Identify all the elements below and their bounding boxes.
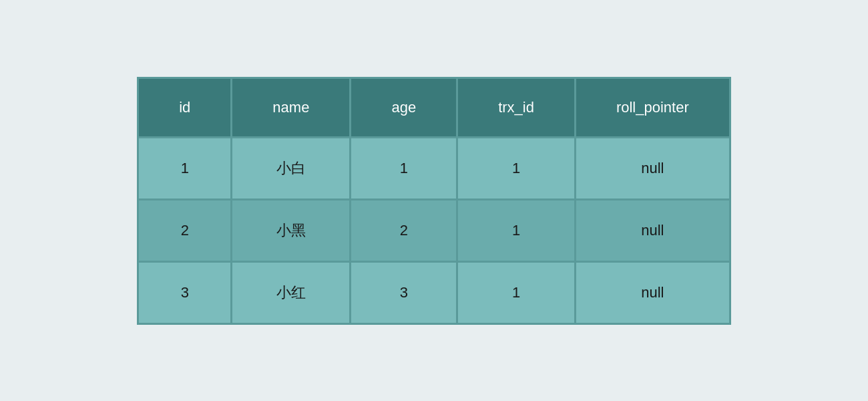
cell-trxid-3: 1: [457, 261, 576, 323]
cell-name-2: 小黑: [232, 199, 351, 261]
table-row: 2 小黑 2 1 null: [138, 199, 730, 261]
cell-name-1: 小白: [232, 137, 351, 199]
col-header-roll-pointer: roll_pointer: [575, 78, 730, 137]
cell-age-1: 1: [351, 137, 457, 199]
table-wrapper: id name age trx_id roll_pointer 1 小白 1 1…: [124, 63, 744, 338]
cell-age-2: 2: [351, 199, 457, 261]
table-row: 3 小红 3 1 null: [138, 261, 730, 323]
cell-name-3: 小红: [232, 261, 351, 323]
cell-rollpointer-1: null: [575, 137, 730, 199]
cell-trxid-2: 1: [457, 199, 576, 261]
col-header-age: age: [351, 78, 457, 137]
cell-id-1: 1: [138, 137, 232, 199]
cell-trxid-1: 1: [457, 137, 576, 199]
col-header-id: id: [138, 78, 232, 137]
cell-id-2: 2: [138, 199, 232, 261]
data-table: id name age trx_id roll_pointer 1 小白 1 1…: [137, 77, 731, 325]
col-header-name: name: [232, 78, 351, 137]
cell-id-3: 3: [138, 261, 232, 323]
cell-age-3: 3: [351, 261, 457, 323]
cell-rollpointer-2: null: [575, 199, 730, 261]
table-row: 1 小白 1 1 null: [138, 137, 730, 199]
table-header: id name age trx_id roll_pointer: [138, 78, 730, 137]
table-body: 1 小白 1 1 null 2 小黑 2 1 null 3 小红 3 1 nul…: [138, 137, 730, 323]
header-row: id name age trx_id roll_pointer: [138, 78, 730, 137]
cell-rollpointer-3: null: [575, 261, 730, 323]
col-header-trx-id: trx_id: [457, 78, 576, 137]
